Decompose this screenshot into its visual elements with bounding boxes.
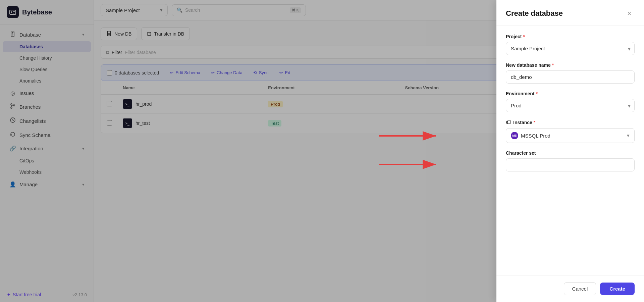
modal-body: Project * Sample Project ▾ New database … [496, 26, 644, 275]
project-select[interactable]: Sample Project [506, 42, 635, 55]
db-name-input[interactable] [506, 70, 635, 84]
modal-header: Create database × [496, 0, 644, 26]
project-select-wrapper[interactable]: Sample Project ▾ [506, 42, 635, 55]
create-button[interactable]: Create [600, 283, 635, 295]
cancel-button[interactable]: Cancel [564, 282, 596, 295]
db-name-required-star: * [552, 62, 554, 68]
modal-title: Create database [506, 9, 563, 18]
instance-label: 🏷 Instance * [506, 119, 635, 125]
instance-chevron-icon: ▾ [627, 133, 630, 139]
environment-label: Environment * [506, 91, 635, 96]
environment-select[interactable]: Prod Test Dev [506, 99, 635, 112]
db-name-label: New database name * [506, 62, 635, 68]
charset-input[interactable] [506, 158, 635, 171]
charset-form-group: Character set [506, 150, 635, 171]
environment-select-wrapper[interactable]: Prod Test Dev ▾ [506, 99, 635, 112]
instance-required-star: * [534, 120, 535, 125]
environment-form-group: Environment * Prod Test Dev ▾ [506, 91, 635, 112]
charset-label: Character set [506, 150, 635, 156]
instance-form-group: 🏷 Instance * MS MSSQL Prod ▾ [506, 119, 635, 143]
modal-footer: Cancel Create [496, 275, 644, 302]
instance-value: MSSQL Prod [521, 133, 550, 139]
create-database-modal: Create database × Project * Sample Proje… [496, 0, 644, 302]
modal-close-button[interactable]: × [624, 8, 635, 19]
project-form-group: Project * Sample Project ▾ [506, 34, 635, 55]
instance-badge: MS [511, 132, 518, 139]
env-required-star: * [536, 91, 538, 96]
project-required-star: * [523, 34, 525, 39]
db-name-form-group: New database name * [506, 62, 635, 84]
instance-select[interactable]: MS MSSQL Prod ▾ [506, 128, 635, 143]
project-label: Project * [506, 34, 635, 39]
